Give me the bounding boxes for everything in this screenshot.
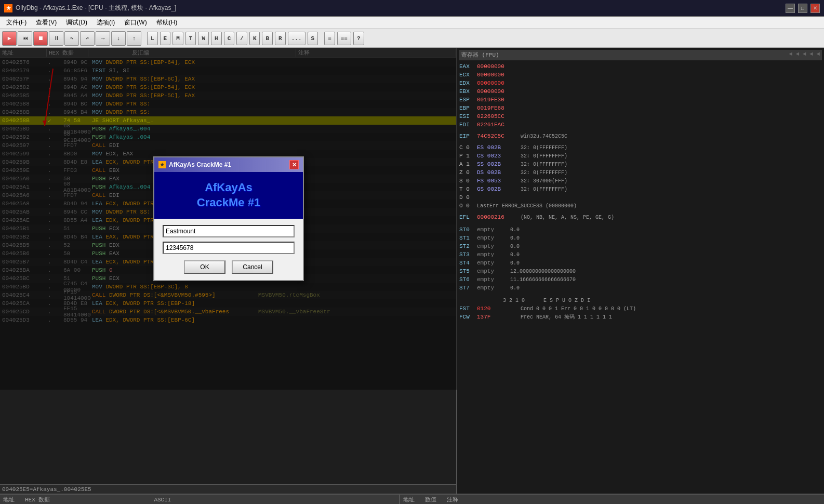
reg-st0: ST0 empty 0.0 [459,226,822,234]
toolbar-anim-over[interactable]: ↑ [127,31,141,46]
username-input[interactable] [163,225,295,237]
toolbar-patches[interactable]: / [236,32,247,45]
reg-ecx: ECX 00000000 [459,71,822,79]
reg-seg4: Z 0 DS 002B 32↕ 0(FFFFFFFF) [459,168,822,177]
window-controls: — □ ✕ [786,4,820,13]
reg-esp: ESP 0019FE30 [459,96,822,104]
dialog-buttons: OK Cancel [163,260,295,274]
disasm-status: 004025E5=Afkayas_.004025E5 [0,484,456,494]
toolbar-options1[interactable]: ≡ [324,32,335,45]
reg-fst: FST 0120 Cond 0 0 0 1 Err 0 0 1 0 0 0 0 … [459,304,822,313]
toolbar-options2[interactable]: ≡≡ [337,32,351,45]
reg-seg2: P 1 CS 0023 32↕ 0(FFFFFFFF) [459,152,822,160]
toolbar-modules[interactable]: M [172,32,183,45]
reg-d: D 0 [459,193,822,202]
menu-help[interactable]: 帮助(H) [152,17,182,28]
dialog-title: AfKayAs CrackMe #1 [169,161,231,168]
toolbar-run-trace[interactable]: ... [288,32,305,45]
toolbar-breakpoints[interactable]: B [262,32,273,45]
serial-input[interactable] [163,242,295,254]
reg-edx: EDX 00000000 [459,79,822,87]
dump-header: 地址 HEX 数据 ASCII [0,495,399,504]
toolbar-step-over[interactable]: ↶ [80,31,95,46]
toolbar-references[interactable]: R [275,32,286,45]
reg-spacer4 [459,221,822,226]
reg-spacer5 [459,292,822,296]
reg-o: O 0 LastErr ERROR_SUCCESS (00000000) [459,202,822,210]
toolbar-log[interactable]: L [147,32,158,45]
toolbar-cpu[interactable]: C [224,32,235,45]
toolbar-step-in[interactable]: ↷ [64,31,79,46]
reg-seg3: A 1 SS 002B 32↕ 0(FFFFFFFF) [459,160,822,168]
reg-efl: EFL 00000216 (NO, NB, NE, A, NS, PE, GE,… [459,213,822,221]
menu-debug[interactable]: 调试(D) [62,17,91,28]
disasm-status-text: 004025E5=Afkayas_.004025E5 [2,486,91,493]
dialog-close-button[interactable]: ✕ [289,160,299,169]
menu-view[interactable]: 查看(V) [32,17,61,28]
reg-fpu-header: 3 2 1 0 E S P U O Z D I [459,296,822,304]
toolbar-pause[interactable]: ⏸ [49,31,63,46]
toolbar-call-stack[interactable]: K [249,32,260,45]
reg-esi: ESI 022605CC [459,112,822,121]
crackme-dialog: ★ AfKayAs CrackMe #1 ✕ AfKayAsCrackMe #1… [153,156,304,281]
menu-file[interactable]: 文件(F) [2,17,31,28]
dump-pane[interactable]: 地址 HEX 数据 ASCII 00403000 00 00 00 00 00 … [0,495,400,504]
toolbar-handles[interactable]: H [211,32,222,45]
reg-seg1: C 0 ES 002B 32↕ 0(FFFFFFFF) [459,143,822,152]
reg-seg6: T 0 GS 002B 32↕ 0(FFFFFFFF) [459,185,822,193]
toolbar-anim-in[interactable]: ↓ [111,31,126,46]
dialog-body: AfKayAsCrackMe #1 [154,172,303,218]
reg-st4: ST4 empty 0.0 [459,259,822,267]
toolbar: ▶ ⏮ ⏹ ⏸ ↷ ↶ → ↓ ↑ L E M T W H C / K B R … [0,29,824,48]
app-icon: ★ [4,4,12,12]
window-title: OllyDbg - Afkayas.1.Exe - [CPU - 主线程, 模块… [16,4,786,12]
reg-st1: ST1 empty 0.0 [459,234,822,242]
toolbar-restart[interactable]: ⏮ [18,31,32,46]
reg-st6: ST6 empty 11.166666666666666670 [459,275,822,284]
reg-ebx: EBX 00000000 [459,87,822,96]
close-button[interactable]: ✕ [810,4,820,13]
toolbar-source[interactable]: S [308,32,318,45]
dialog-icon: ★ [158,161,166,168]
toolbar-step-out[interactable]: → [96,31,110,46]
register-header: 寄存器 (FPU) ◄ ◄ ◄ ◄ ◄ [459,50,822,60]
toolbar-watches[interactable]: W [198,32,209,45]
toolbar-exec-log[interactable]: E [160,32,171,45]
title-bar: ★ OllyDbg - Afkayas.1.Exe - [CPU - 主线程, … [0,0,824,17]
dialog-heading: AfKayAsCrackMe #1 [163,180,295,210]
reg-seg5: S 0 FS 0053 32↕ 307000(FFF) [459,177,822,185]
reg-st5: ST5 empty 12.000000000000000000 [459,267,822,275]
ok-button[interactable]: OK [184,260,225,274]
minimize-button[interactable]: — [786,4,795,13]
toolbar-help[interactable]: ? [353,32,364,45]
bottom-area: 地址 HEX 数据 ASCII 00403000 00 00 00 00 00 … [0,494,824,504]
menu-window[interactable]: 窗口(W) [120,17,151,28]
toolbar-memory[interactable]: T [185,32,196,45]
menu-bar: 文件(F) 查看(V) 调试(D) 选项(I) 窗口(W) 帮助(H) [0,17,824,29]
stack-header: 地址 数值 注释 [400,495,824,504]
reg-st2: ST2 empty 0.0 [459,242,822,250]
reg-ebp: EBP 0019FE68 [459,104,822,112]
reg-fcw: FCW 137F Prec NEAR, 64 掩码 1 1 1 1 1 1 [459,313,822,321]
menu-options[interactable]: 选项(I) [92,17,119,28]
dialog-titlebar: ★ AfKayAs CrackMe #1 ✕ [154,157,303,172]
toolbar-run[interactable]: ▶ [2,31,17,46]
modal-overlay: ★ AfKayAs CrackMe #1 ✕ AfKayAsCrackMe #1… [0,48,457,390]
register-pane: 寄存器 (FPU) ◄ ◄ ◄ ◄ ◄ EAX 00000000 ECX 000… [457,48,824,494]
reg-eip: EIP 74C52C5C win32u.74C52C5C [459,132,822,140]
reg-st7: ST7 empty 0.0 [459,284,822,292]
dialog-form: OK Cancel [154,219,303,280]
reg-eax: EAX 00000000 [459,62,822,71]
reg-edi: EDI 02261EAC [459,121,822,129]
cancel-button[interactable]: Cancel [232,260,273,274]
reg-st3: ST3 empty 0.0 [459,250,822,259]
maximize-button[interactable]: □ [798,4,807,13]
toolbar-stop[interactable]: ⏹ [33,31,48,46]
stack-pane[interactable]: 地址 数值 注释 0019FF74 76606359 返回到 KERNEL32.… [400,495,824,504]
